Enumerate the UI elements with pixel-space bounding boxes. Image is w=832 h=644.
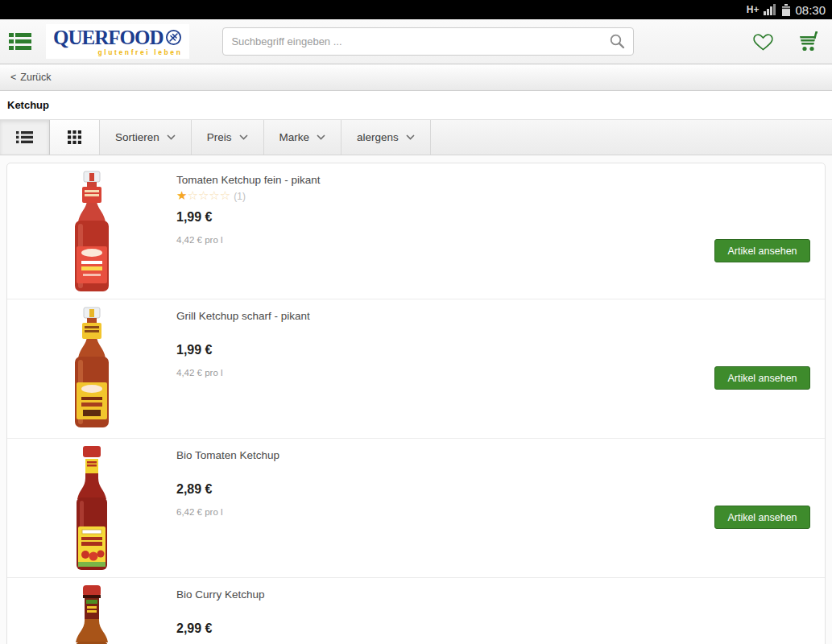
- product-name: Bio Tomaten Ketchup: [176, 448, 825, 463]
- search-icon[interactable]: [610, 34, 625, 49]
- rating-count: (1): [234, 191, 246, 202]
- product-row: Grill Ketchup scharf - pikant 1,99 € 4,4…: [7, 299, 825, 439]
- product-row: Bio Curry Ketchup 2,99 € 6,64 € pro l Ar…: [7, 578, 825, 644]
- product-row: Tomaten Ketchup fein - pikant ★☆☆☆☆(1) 1…: [7, 163, 825, 299]
- crossed-grain-icon: [165, 29, 182, 46]
- chevron-down-icon: [406, 134, 415, 140]
- product-info: Tomaten Ketchup fein - pikant ★☆☆☆☆(1) 1…: [176, 163, 825, 299]
- product-row: Bio Tomaten Ketchup 2,89 € 6,42 € pro l …: [7, 439, 825, 578]
- product-list-area: Tomaten Ketchup fein - pikant ★☆☆☆☆(1) 1…: [0, 155, 832, 644]
- product-price: 1,99 €: [176, 210, 825, 225]
- status-bar: H+ 08:30: [0, 0, 832, 19]
- product-image: [63, 446, 121, 577]
- product-name: Grill Ketchup scharf - pikant: [176, 309, 825, 324]
- grid-view-icon: [68, 130, 81, 144]
- product-image-col: [7, 439, 176, 577]
- filter-dropdown-alergens[interactable]: alergens: [341, 120, 431, 155]
- brand-tagline: glutenfrei leben: [53, 48, 182, 56]
- back-button[interactable]: <Zurück: [10, 72, 52, 83]
- product-name: Tomaten Ketchup fein - pikant: [176, 173, 825, 188]
- product-list-card: Tomaten Ketchup fein - pikant ★☆☆☆☆(1) 1…: [6, 163, 826, 644]
- page-title: Ketchup: [7, 99, 49, 111]
- filter-toolbar: Sortieren Preis Marke alergens: [0, 119, 832, 155]
- product-name: Bio Curry Ketchup: [176, 588, 825, 602]
- search-input[interactable]: [231, 35, 610, 47]
- view-article-button[interactable]: Artikel ansehen: [714, 366, 810, 390]
- list-view-icon: [16, 131, 33, 143]
- product-image-col: [7, 163, 176, 299]
- view-article-button[interactable]: Artikel ansehen: [714, 239, 810, 262]
- product-rating: ★☆☆☆☆(1): [176, 188, 825, 204]
- star-filled-icon: ★: [176, 188, 187, 202]
- filter-dropdown-preis[interactable]: Preis: [192, 120, 264, 155]
- filter-label: alergens: [357, 131, 399, 143]
- filter-label: Preis: [207, 131, 232, 143]
- back-bar: <Zurück: [0, 64, 832, 91]
- shopping-cart-icon[interactable]: [796, 31, 820, 52]
- chevron-down-icon: [167, 134, 176, 140]
- chevron-left-icon: <: [10, 72, 16, 83]
- product-image: [63, 585, 121, 644]
- product-price: 1,99 €: [176, 343, 825, 357]
- product-image-col: [7, 578, 176, 644]
- search-bar: [222, 27, 634, 56]
- chevron-down-icon: [239, 134, 248, 140]
- product-image: [63, 171, 121, 299]
- chevron-down-icon: [317, 134, 325, 140]
- back-label: Zurück: [20, 72, 51, 83]
- star-empty-icons: ☆☆☆☆: [187, 188, 230, 202]
- product-info: Bio Curry Ketchup 2,99 € 6,64 € pro l: [176, 578, 825, 644]
- view-article-button[interactable]: Artikel ansehen: [714, 506, 810, 529]
- filter-dropdown-sortieren[interactable]: Sortieren: [100, 120, 192, 155]
- list-view-button[interactable]: [0, 120, 50, 155]
- product-price: 2,99 €: [176, 621, 825, 636]
- title-bar: Ketchup: [0, 91, 832, 119]
- brand-wordmark: QUERFOOD: [53, 27, 163, 47]
- wishlist-heart-icon[interactable]: [752, 32, 774, 52]
- network-type-label: H+: [747, 4, 760, 15]
- product-price: 2,89 €: [176, 482, 825, 497]
- clock-label: 08:30: [795, 3, 826, 17]
- grid-view-button[interactable]: [50, 120, 100, 155]
- filter-label: Sortieren: [115, 131, 159, 143]
- signal-strength-icon: [764, 4, 777, 15]
- battery-icon: [782, 4, 790, 16]
- menu-list-icon[interactable]: [9, 32, 31, 51]
- app-header: QUERFOOD glutenfrei leben: [0, 19, 832, 64]
- product-image-col: [7, 299, 176, 438]
- filter-dropdown-marke[interactable]: Marke: [264, 120, 342, 155]
- product-image: [63, 307, 121, 438]
- filter-label: Marke: [279, 131, 310, 143]
- brand-logo[interactable]: QUERFOOD glutenfrei leben: [46, 24, 189, 59]
